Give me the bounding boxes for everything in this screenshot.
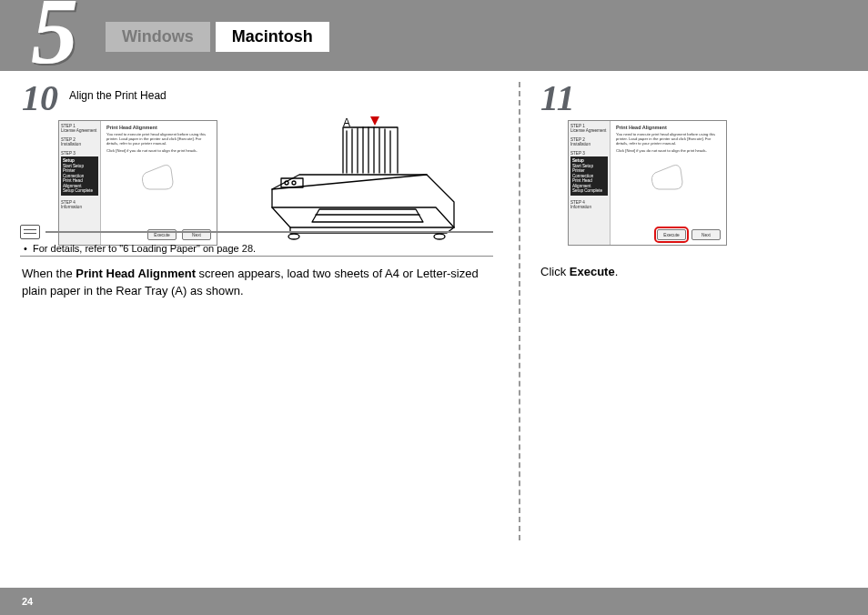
dialog-execute-button-highlighted: Execute <box>657 229 686 240</box>
note-block: • For details, refer to "6 Loading Paper… <box>20 225 493 257</box>
instr-bold: Print Head Alignment <box>76 267 196 280</box>
header-band: 5 Windows Macintosh <box>0 0 868 71</box>
note-body: For details, refer to "6 Loading Paper" … <box>33 243 256 254</box>
dialog-body: You need to execute print head alignment… <box>616 132 721 153</box>
step-10-header: 10 Align the Print Head <box>22 84 497 113</box>
dialog-main: Print Head Alignment You need to execute… <box>611 121 726 245</box>
dlg-setup-title: Setup <box>572 158 584 163</box>
dlg-step1-item: License Agreement <box>61 128 98 133</box>
step-10-number: 10 <box>22 84 58 113</box>
step-11-number: 11 <box>540 84 575 113</box>
step-11-column: 11 STEP 1License Agreement STEP 2Install… <box>519 71 868 281</box>
page-footer: 24 <box>0 588 868 615</box>
dialog-body: You need to execute print head alignment… <box>106 132 211 153</box>
instr-post: . <box>615 265 619 278</box>
dlg-setup-item: Print Head Alignment <box>63 178 83 188</box>
step-10-instruction: When the Print Head Alignment screen app… <box>22 266 497 300</box>
arrow-down-icon <box>370 116 379 126</box>
tab-macintosh[interactable]: Macintosh <box>216 22 329 52</box>
note-bullet: • <box>24 243 27 254</box>
hand-illustration-icon <box>646 158 691 195</box>
dlg-step4-item: Information <box>570 205 608 209</box>
os-tabs: Windows Macintosh <box>106 22 329 52</box>
dlg-step4-item: Information <box>61 205 98 209</box>
dlg-step2-item: Installation <box>570 142 608 146</box>
dialog-title: Print Head Alignment <box>106 125 211 130</box>
note-rule-bottom <box>20 256 493 257</box>
dlg-body-2: Click [Next] if you do not want to align… <box>106 148 211 153</box>
dialog-buttons: Execute Next <box>657 229 721 240</box>
content-area: 10 Align the Print Head STEP 1License Ag… <box>0 71 868 580</box>
section-number: 5 <box>31 0 78 68</box>
step-11-figures: STEP 1License Agreement STEP 2Installati… <box>568 120 846 246</box>
note-text: • For details, refer to "6 Loading Paper… <box>24 243 493 254</box>
step-11-header: 11 <box>540 84 846 113</box>
dlg-body-1: You need to execute print head alignment… <box>106 132 211 146</box>
note-rule <box>45 231 493 233</box>
dlg-setup-item: Start Setup <box>572 164 593 168</box>
svg-point-3 <box>285 181 288 185</box>
dlg-setup-item: Printer Connection <box>572 168 593 178</box>
step-10-title: Align the Print Head <box>69 89 167 102</box>
dialog-sidebar: STEP 1License Agreement STEP 2Installati… <box>569 121 611 245</box>
svg-point-4 <box>292 181 296 185</box>
rear-tray-label: A <box>343 116 350 129</box>
dlg-step2-item: Installation <box>61 142 98 146</box>
dlg-body-1: You need to execute print head alignment… <box>616 132 721 146</box>
dlg-setup-item: Setup Complete <box>63 188 93 193</box>
dlg-setup-box: Setup Start Setup Printer Connection Pri… <box>570 156 608 196</box>
page-number: 24 <box>22 596 33 607</box>
book-icon <box>20 225 40 239</box>
hand-illustration-icon <box>136 158 182 195</box>
instr-pre: Click <box>540 265 570 278</box>
dialog-screenshot-11: STEP 1License Agreement STEP 2Installati… <box>568 120 727 246</box>
dlg-setup-item: Print Head Alignment <box>572 178 592 188</box>
dlg-step3-label: STEP 3 <box>570 151 608 156</box>
dialog-title: Print Head Alignment <box>616 125 721 130</box>
dlg-setup-item: Start Setup <box>63 164 84 168</box>
dialog-next-button: Next <box>691 229 721 240</box>
dlg-setup-item: Printer Connection <box>63 168 84 178</box>
step-11-instruction: Click Execute. <box>540 264 846 281</box>
dlg-step3-label: STEP 3 <box>61 151 98 156</box>
dlg-step1-item: License Agreement <box>570 128 608 133</box>
dlg-body-2: Click [Next] if you do not want to align… <box>616 148 721 153</box>
step-10-column: 10 Align the Print Head STEP 1License Ag… <box>0 71 519 300</box>
dlg-setup-title: Setup <box>63 158 75 163</box>
instr-pre: When the <box>22 267 76 280</box>
dlg-setup-box: Setup Start Setup Printer Connection Pri… <box>61 156 98 196</box>
tab-windows[interactable]: Windows <box>106 22 210 52</box>
dlg-setup-item: Setup Complete <box>572 188 602 193</box>
instr-bold: Execute <box>570 265 615 278</box>
